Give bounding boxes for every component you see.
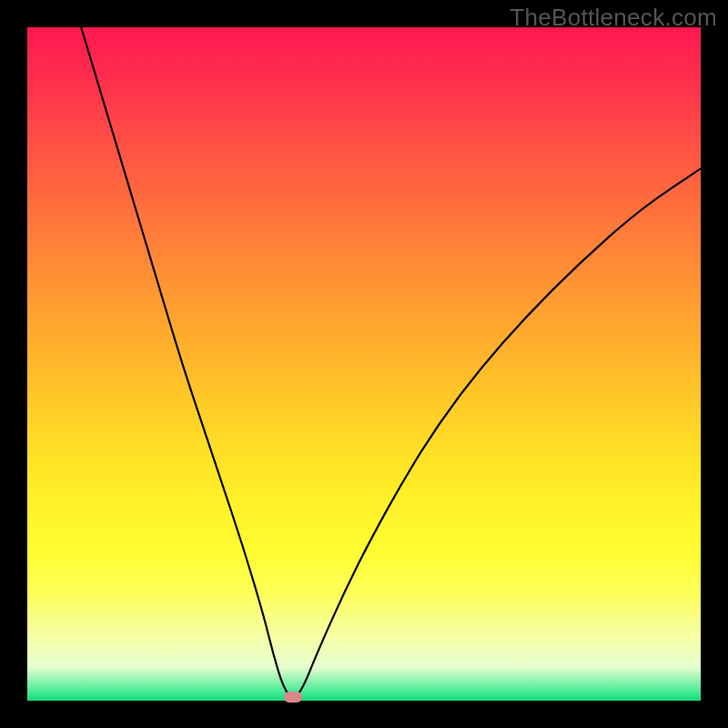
chart-plot-area <box>27 27 701 701</box>
watermark-text: TheBottleneck.com <box>510 4 717 32</box>
bottleneck-curve-line <box>81 27 701 697</box>
optimal-point-marker <box>284 692 302 703</box>
chart-curve-svg <box>27 27 701 701</box>
